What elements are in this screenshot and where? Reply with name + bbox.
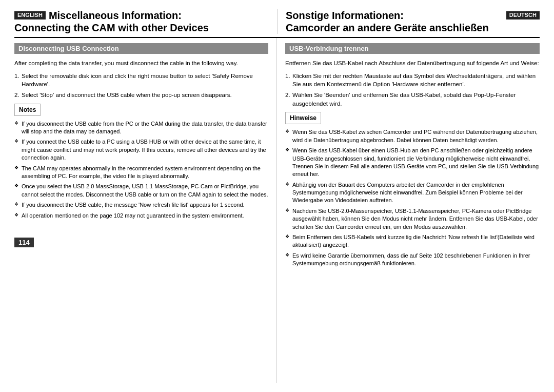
right-section-header: USB-Verbindung trennen [285,43,540,54]
header-left-title-line2: Connecting the CAM with other Devices [14,22,269,34]
page-header: ENGLISHMiscellaneous Information: Connec… [14,9,540,38]
hinweise-label: Hinweise [290,114,316,122]
header-right-text1: Sonstige Informationen: [286,9,404,22]
left-steps-list: 1. Select the removable disk icon and cl… [14,72,268,100]
right-step-num-2: 2. [285,91,290,100]
hinweis-item-3: Abhängig von der Bauart des Computers ar… [285,181,540,205]
note-item-4: Once you select the USB 2.0 MassStorage,… [14,183,268,199]
note-item-6: All operation mentioned on the page 102 … [14,212,268,220]
right-step-num-1: 1. [285,72,290,81]
note-item-2: If you connect the USB cable to a PC usi… [14,138,268,162]
left-section-header: Disconnecting USB Connection [14,43,268,54]
header-left: ENGLISHMiscellaneous Information: Connec… [14,9,277,34]
notes-box: Notes [14,104,41,116]
left-step-2: 2. Select 'Stop' and disconnect the USB … [14,91,268,100]
left-body-intro: After completing the data transfer, you … [14,59,268,68]
hinweis-item-5: Beim Entfernen des USB-Kabels wird kurzz… [285,233,540,249]
right-step-text-1: Klicken Sie mit der rechten Maustaste au… [292,73,536,88]
notes-section: Notes If you disconnect the USB cable fr… [14,104,268,220]
page-number: 114 [14,238,34,247]
right-step-1: 1. Klicken Sie mit der rechten Maustaste… [285,72,540,89]
header-left-title-line1: ENGLISHMiscellaneous Information: [14,9,269,22]
header-right-title-line1: Sonstige Informationen:DEUTSCH [286,9,540,22]
page: ENGLISHMiscellaneous Information: Connec… [0,0,554,392]
hinweis-item-6: Es wird keine Garantie übernommen, dass … [285,252,540,268]
note-item-5: If you disconnect the USB cable, the mes… [14,201,268,209]
step-text-2: Select 'Stop' and disconnect the USB cab… [22,92,232,98]
main-content: Disconnecting USB Connection After compl… [14,38,540,383]
notes-label: Notes [19,106,36,113]
right-steps-list: 1. Klicken Sie mit der rechten Maustaste… [285,72,540,108]
col-right: USB-Verbindung trennen Entfernen Sie das… [277,38,540,383]
col-left: Disconnecting USB Connection After compl… [14,38,277,383]
step-text-1: Select the removable disk icon and click… [22,73,253,88]
right-step-text-2: Wählen Sie 'Beenden' und entfernen Sie d… [292,92,516,107]
note-item-1: If you disconnect the USB cable from the… [14,120,268,136]
english-badge: ENGLISH [14,11,46,19]
header-right: Sonstige Informationen:DEUTSCH Camcorder… [277,9,540,34]
note-item-3: The CAM may operates abnormally in the r… [14,165,268,181]
hinweise-section: Hinweise Wenn Sie das USB-Kabel zwischen… [285,112,540,267]
step-num-1: 1. [14,72,19,81]
header-right-title-line2: Camcorder an andere Geräte anschließen [286,22,540,34]
right-step-2: 2. Wählen Sie 'Beenden' und entfernen Si… [285,91,540,108]
left-step-1: 1. Select the removable disk icon and cl… [14,72,268,89]
notes-list: If you disconnect the USB cable from the… [14,120,268,220]
step-num-2: 2. [14,91,19,100]
hinweis-item-4: Nachdem Sie USB-2.0-Massenspeicher, USB-… [285,207,540,231]
header-left-text1: Miscellaneous Information: [49,9,182,22]
hinweis-item-1: Wenn Sie das USB-Kabel zwischen Camcorde… [285,128,540,144]
hinweise-list: Wenn Sie das USB-Kabel zwischen Camcorde… [285,128,540,267]
hinweis-item-2: Wenn Sie das USB-Kabel über einen USB-Hu… [285,147,540,179]
hinweise-box: Hinweise [285,112,321,124]
page-number-area: 114 [14,222,268,247]
deutsch-badge: DEUTSCH [506,11,540,19]
right-body-intro: Entfernen Sie das USB-Kabel nach Abschlu… [285,59,540,68]
